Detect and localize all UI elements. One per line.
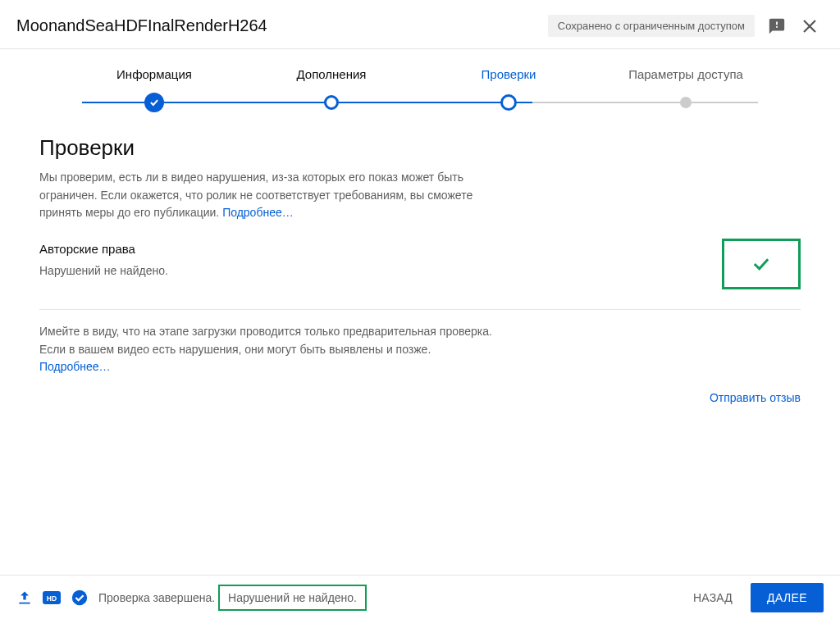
copyright-status: Нарушений не найдено.	[39, 264, 714, 277]
next-button[interactable]: ДАЛЕЕ	[751, 583, 824, 612]
content-area: Проверки Мы проверим, есть ли в видео на…	[0, 112, 840, 404]
step-dot-info[interactable]	[66, 93, 243, 112]
step-visibility[interactable]: Параметры доступа	[597, 67, 774, 93]
hd-icon: HD	[43, 591, 61, 604]
svg-text:HD: HD	[47, 594, 57, 602]
send-feedback-row: Отправить отзыв	[39, 391, 801, 404]
learn-more-link[interactable]: Подробнее…	[222, 206, 294, 219]
step-dot-elements[interactable]	[243, 95, 420, 110]
step-dot-checks[interactable]	[420, 94, 597, 111]
feedback-icon[interactable]	[768, 17, 786, 35]
step-label: Информация	[66, 67, 243, 81]
stepper: Информация Дополнения Проверки Параметры…	[0, 49, 840, 112]
step-info[interactable]: Информация	[66, 67, 243, 93]
check-complete-icon	[71, 589, 89, 607]
send-feedback-link[interactable]: Отправить отзыв	[710, 391, 801, 404]
copyright-title: Авторские права	[39, 242, 714, 256]
step-dot-visibility[interactable]	[597, 97, 774, 108]
status-result: Нарушений не найдено.	[218, 585, 367, 611]
note-learn-more-link[interactable]: Подробнее…	[39, 360, 111, 373]
svg-point-2	[72, 589, 87, 604]
step-label: Дополнения	[243, 67, 420, 81]
save-status-badge: Сохранено с ограниченным доступом	[548, 15, 755, 37]
checks-note: Имейте в виду, что на этапе загрузки про…	[39, 323, 499, 376]
upload-icon	[16, 589, 33, 606]
divider	[39, 309, 801, 310]
status-prefix: Проверка завершена.	[98, 591, 215, 604]
page-title: Проверки	[39, 135, 801, 161]
copyright-section: Авторские права Нарушений не найдено.	[39, 242, 801, 289]
dialog-header: MoonandSeaHDFInalRenderH264 Сохранено с …	[0, 0, 840, 49]
bottom-status: Проверка завершена. Нарушений не найдено…	[98, 585, 367, 611]
step-label: Параметры доступа	[597, 67, 774, 81]
copyright-check-icon	[722, 239, 801, 289]
step-elements[interactable]: Дополнения	[243, 67, 420, 93]
step-checks[interactable]: Проверки	[420, 67, 597, 93]
close-icon[interactable]	[799, 16, 820, 37]
step-label: Проверки	[420, 67, 597, 81]
back-button[interactable]: НАЗАД	[680, 583, 746, 612]
bottom-bar: HD Проверка завершена. Нарушений не найд…	[0, 575, 840, 619]
page-description: Мы проверим, есть ли в видео нарушения, …	[39, 169, 499, 222]
video-title: MoonandSeaHDFInalRenderH264	[16, 16, 267, 35]
